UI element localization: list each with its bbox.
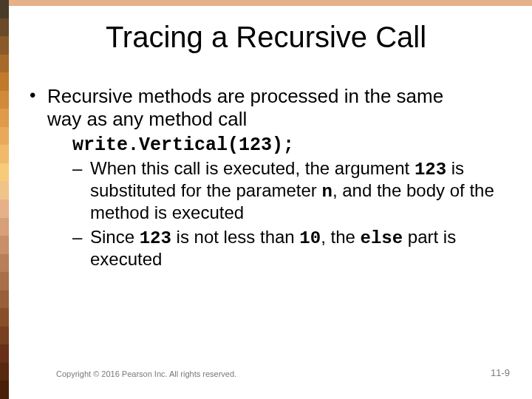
left-accent-stripes [0, 0, 9, 399]
code-token-123a: 123 [415, 160, 446, 180]
stripe-segment [0, 236, 9, 254]
sub-bullet-1: When this call is executed, the argument… [72, 158, 510, 224]
stripe-segment [0, 127, 9, 146]
code-token-n: n [322, 182, 332, 202]
stripe-segment [0, 109, 9, 127]
stripe-segment [0, 381, 9, 399]
slide-title: Tracing a Recursive Call [0, 21, 532, 54]
code-example: write.Vertical(123); [47, 134, 510, 157]
stripe-segment [0, 0, 9, 18]
stripe-segment [0, 218, 9, 236]
code-token-123b: 123 [140, 228, 171, 248]
stripe-segment [0, 72, 9, 91]
copyright-text: Copyright © 2016 Pearson Inc. All rights… [56, 369, 236, 378]
stripe-segment [0, 145, 9, 163]
bullet-main: Recursive methods are processed in the s… [28, 85, 510, 270]
bullet-main-line1: Recursive methods are processed in the s… [47, 85, 443, 107]
stripe-segment [0, 344, 9, 363]
stripe-segment [0, 254, 9, 273]
stripe-segment [0, 200, 9, 218]
slide: Tracing a Recursive Call Recursive metho… [0, 0, 532, 399]
stripe-segment [0, 272, 9, 290]
stripe-segment [0, 327, 9, 345]
page-number: 11-9 [491, 367, 510, 378]
bullet-main-line2: way as any method call [47, 108, 247, 130]
code-token-10: 10 [299, 228, 321, 248]
stripe-segment [0, 91, 9, 109]
stripe-segment [0, 308, 9, 327]
code-token-else: else [361, 228, 403, 248]
stripe-segment [0, 363, 9, 381]
stripe-segment [0, 181, 9, 200]
sub-bullet-2: Since 123 is not less than 10, the else … [72, 227, 510, 270]
slide-body: Recursive methods are processed in the s… [28, 85, 510, 273]
stripe-segment [0, 290, 9, 309]
stripe-segment [0, 163, 9, 182]
stripe-segment [0, 55, 9, 73]
top-accent-rule [9, 0, 532, 6]
